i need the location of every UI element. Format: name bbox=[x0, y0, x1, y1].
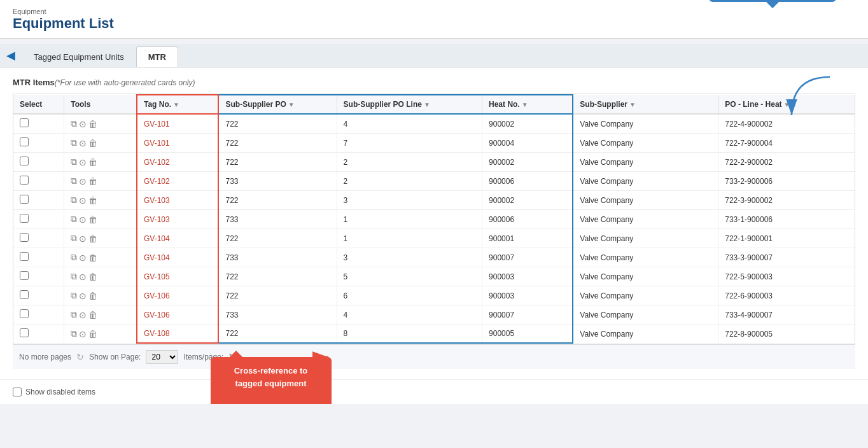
col-header-supplier: Sub-Supplier▼ bbox=[573, 95, 718, 114]
cell-tools: ⧉ ⊙ 🗑 bbox=[64, 229, 137, 248]
show-disabled-checkbox[interactable] bbox=[13, 388, 22, 396]
settings-icon[interactable]: ⊙ bbox=[79, 329, 87, 339]
back-button[interactable]: ◀ bbox=[6, 50, 15, 61]
delete-icon[interactable]: 🗑 bbox=[88, 214, 97, 225]
settings-icon[interactable]: ⊙ bbox=[79, 195, 87, 206]
cell-sspoline: 3 bbox=[337, 191, 482, 210]
delete-icon[interactable]: 🗑 bbox=[88, 176, 97, 186]
cell-tag: GV-106 bbox=[137, 286, 219, 305]
cell-heat: 900002 bbox=[482, 191, 573, 210]
filter-icon-sspo[interactable]: ▼ bbox=[288, 101, 295, 108]
table-row: ⧉ ⊙ 🗑 GV-108 722 8 900005 Valve Company … bbox=[13, 325, 855, 344]
copy-icon[interactable]: ⧉ bbox=[71, 176, 77, 186]
row-checkbox[interactable] bbox=[20, 118, 29, 127]
copy-icon[interactable]: ⧉ bbox=[71, 290, 77, 301]
tab-tagged-equipment[interactable]: Tagged Equipment Units bbox=[22, 46, 136, 67]
settings-icon[interactable]: ⊙ bbox=[79, 291, 87, 301]
settings-icon[interactable]: ⊙ bbox=[79, 272, 87, 282]
footer-bar: Show disabled items bbox=[0, 379, 868, 404]
settings-icon[interactable]: ⊙ bbox=[79, 253, 87, 263]
settings-icon[interactable]: ⊙ bbox=[79, 138, 87, 148]
cell-heat: 900001 bbox=[482, 229, 573, 248]
settings-icon[interactable]: ⊙ bbox=[79, 214, 87, 225]
row-checkbox[interactable] bbox=[20, 137, 29, 146]
filter-icon-heat[interactable]: ▼ bbox=[522, 101, 528, 108]
row-checkbox[interactable] bbox=[20, 195, 29, 204]
settings-icon[interactable]: ⊙ bbox=[79, 157, 87, 167]
settings-icon[interactable]: ⊙ bbox=[79, 176, 87, 186]
cell-select bbox=[13, 229, 64, 248]
filter-icon-sspoline[interactable]: ▼ bbox=[424, 101, 430, 108]
settings-icon[interactable]: ⊙ bbox=[79, 234, 87, 244]
filter-icon-tag[interactable]: ▼ bbox=[173, 101, 179, 108]
row-checkbox[interactable] bbox=[20, 271, 29, 280]
red-callout: Cross-reference to tagged equipment bbox=[211, 357, 332, 404]
show-on-page-select[interactable]: 102050100 bbox=[146, 350, 178, 364]
settings-icon[interactable]: ⊙ bbox=[79, 119, 87, 129]
delete-icon[interactable]: 🗑 bbox=[88, 329, 97, 339]
cell-sspoline: 1 bbox=[337, 229, 482, 248]
cell-sspo: 722 bbox=[218, 229, 337, 248]
row-checkbox[interactable] bbox=[20, 157, 29, 165]
delete-icon[interactable]: 🗑 bbox=[88, 291, 97, 301]
cell-heat: 900002 bbox=[482, 153, 573, 172]
copy-icon[interactable]: ⧉ bbox=[71, 195, 77, 206]
settings-icon[interactable]: ⊙ bbox=[79, 310, 87, 320]
table-row: ⧉ ⊙ 🗑 GV-103 722 3 900002 Valve Company … bbox=[13, 191, 855, 210]
table-row: ⧉ ⊙ 🗑 GV-102 722 2 900002 Valve Company … bbox=[13, 153, 855, 172]
copy-icon[interactable]: ⧉ bbox=[71, 233, 77, 244]
cell-sspoline: 6 bbox=[337, 286, 482, 305]
filter-icon-supplier[interactable]: ▼ bbox=[629, 101, 636, 108]
copy-icon[interactable]: ⧉ bbox=[71, 157, 77, 167]
cell-tag: GV-104 bbox=[137, 229, 219, 248]
delete-icon[interactable]: 🗑 bbox=[88, 138, 97, 148]
delete-icon[interactable]: 🗑 bbox=[88, 195, 97, 206]
row-checkbox[interactable] bbox=[20, 290, 29, 299]
delete-icon[interactable]: 🗑 bbox=[88, 272, 97, 282]
cell-supplier: Valve Company bbox=[573, 172, 718, 191]
copy-icon[interactable]: ⧉ bbox=[71, 271, 77, 282]
tab-mtr[interactable]: MTR bbox=[136, 46, 178, 67]
cell-tools: ⧉ ⊙ 🗑 bbox=[64, 114, 137, 134]
col-header-sspo: Sub-Supplier PO▼ bbox=[218, 95, 337, 114]
row-checkbox[interactable] bbox=[20, 328, 29, 337]
copy-icon[interactable]: ⧉ bbox=[71, 137, 77, 148]
row-checkbox[interactable] bbox=[20, 309, 29, 318]
cell-polineheat: 722-8-900005 bbox=[718, 325, 855, 344]
cell-tag: GV-103 bbox=[137, 191, 219, 210]
cell-sspo: 722 bbox=[218, 267, 337, 286]
delete-icon[interactable]: 🗑 bbox=[88, 253, 97, 263]
cell-sspoline: 8 bbox=[337, 325, 482, 344]
table-row: ⧉ ⊙ 🗑 GV-106 722 6 900003 Valve Company … bbox=[13, 286, 855, 305]
refresh-icon[interactable]: ↻ bbox=[76, 352, 84, 362]
delete-icon[interactable]: 🗑 bbox=[88, 157, 97, 167]
cell-supplier: Valve Company bbox=[573, 229, 718, 248]
delete-icon[interactable]: 🗑 bbox=[88, 119, 97, 129]
cell-polineheat: 722-3-900002 bbox=[718, 191, 855, 210]
cell-supplier: Valve Company bbox=[573, 191, 718, 210]
table-body: ⧉ ⊙ 🗑 GV-101 722 4 900002 Valve Company … bbox=[13, 114, 855, 343]
delete-icon[interactable]: 🗑 bbox=[88, 234, 97, 244]
delete-icon[interactable]: 🗑 bbox=[88, 310, 97, 320]
cell-sspoline: 5 bbox=[337, 267, 482, 286]
cell-select bbox=[13, 248, 64, 267]
row-checkbox[interactable] bbox=[20, 214, 29, 223]
row-checkbox[interactable] bbox=[20, 252, 29, 261]
copy-icon[interactable]: ⧉ bbox=[71, 309, 77, 320]
cell-polineheat: 722-7-900004 bbox=[718, 134, 855, 153]
copy-icon[interactable]: ⧉ bbox=[71, 252, 77, 263]
cell-tools: ⧉ ⊙ 🗑 bbox=[64, 267, 137, 286]
cell-select bbox=[13, 305, 64, 325]
cell-tools: ⧉ ⊙ 🗑 bbox=[64, 134, 137, 153]
copy-icon[interactable]: ⧉ bbox=[71, 214, 77, 225]
cell-tag: GV-101 bbox=[137, 134, 219, 153]
row-checkbox[interactable] bbox=[20, 176, 29, 185]
cell-sspo: 733 bbox=[218, 305, 337, 325]
copy-icon[interactable]: ⧉ bbox=[71, 118, 77, 129]
cell-tools: ⧉ ⊙ 🗑 bbox=[64, 325, 137, 344]
show-disabled-label[interactable]: Show disabled items bbox=[25, 388, 95, 396]
cell-sspoline: 4 bbox=[337, 305, 482, 325]
cell-select bbox=[13, 191, 64, 210]
copy-icon[interactable]: ⧉ bbox=[71, 328, 77, 339]
row-checkbox[interactable] bbox=[20, 233, 29, 242]
